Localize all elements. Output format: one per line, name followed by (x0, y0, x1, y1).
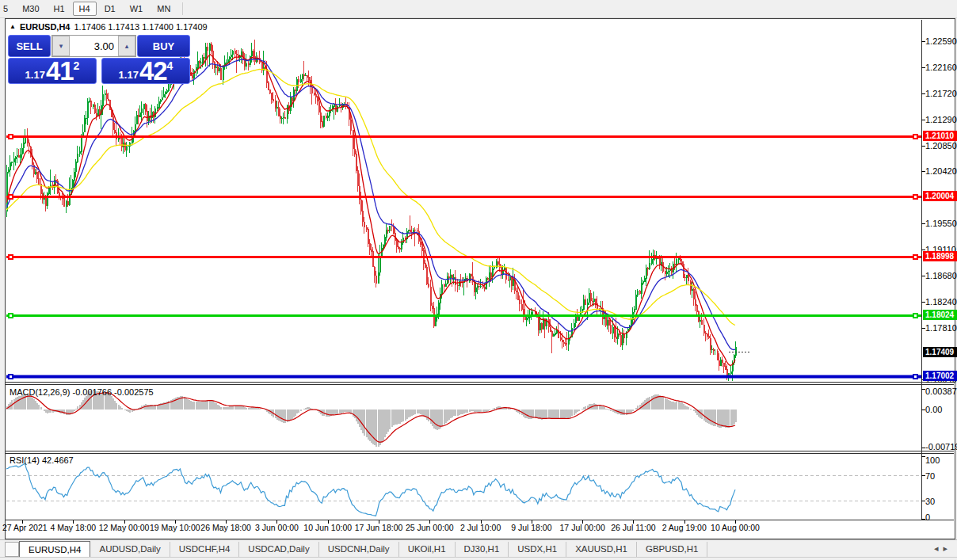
price-badge-1.20004: 1.20004 (923, 191, 957, 201)
date-axis-label: 2 Aug 19:00 (662, 523, 707, 532)
hline-handle-dot (914, 256, 917, 258)
current-price-badge: 1.17409 (923, 347, 957, 357)
chart-tab-bar: EURUSD,H4AUDUSD,DailyUSDCHF,H4USDCAD,Dai… (0, 539, 957, 558)
date-axis-label: 19 May 10:00 (150, 523, 200, 532)
volume-down-icon: ▾ (59, 42, 63, 50)
chart-title-bar: ▲ EURUSD,H4 1.17406 1.17413 1.17400 1.17… (10, 21, 208, 32)
rsi-value: 42.4667 (42, 455, 74, 465)
one-click-trade-panel: SELL ▾ ▴ BUY 1.17 41 2 1.17 42 4 (8, 35, 189, 82)
date-axis-label: 17 Jul 00:00 (560, 523, 605, 532)
price-tick-label: 1.18680 (925, 271, 957, 280)
buy-price-main: 42 (139, 60, 167, 82)
price-badge-1.17002: 1.17002 (923, 371, 957, 381)
chart-tab-usdx-h1[interactable]: USDX,H1 (509, 542, 566, 557)
date-axis-label: 9 Jul 18:00 (511, 523, 551, 532)
hline-handle-dot (914, 135, 917, 138)
rsi-label: RSI(14) 42.4667 (10, 455, 74, 465)
status-bar (0, 557, 957, 560)
date-axis-label: 26 Jul 11:00 (611, 523, 655, 532)
macd-tick-label: 0.00 (925, 405, 942, 414)
rsi-tick-label: 30 (925, 497, 935, 506)
sell-price-pip: 2 (74, 59, 80, 72)
sell-price-display[interactable]: 1.17 41 2 (8, 58, 97, 84)
date-axis-label: 10 Jun 10:00 (303, 523, 352, 532)
date-axis-label: 25 Jun 00:00 (406, 523, 454, 532)
hline-handle-dot (10, 196, 12, 198)
price-tick-label: 1.21720 (925, 89, 957, 98)
rsi-tick-label: 0 (925, 512, 930, 522)
date-axis-label: 26 May 18:00 (200, 523, 251, 532)
chart-tab-usdcnh-daily[interactable]: USDCNH,Daily (319, 542, 399, 557)
buy-price-display[interactable]: 1.17 42 4 (101, 58, 190, 84)
macd-main-value: -0.001766 (72, 387, 112, 397)
chart-tab-audusd-daily[interactable]: AUDUSD,Daily (90, 542, 170, 557)
hline-handle-dot (914, 314, 917, 317)
chart-tab-gbpusd-h1[interactable]: GBPUSD,H1 (637, 542, 707, 557)
macd-name: MACD(12,26,9) (10, 387, 70, 397)
date-axis-label: 4 May 18:00 (50, 523, 96, 532)
price-tick-label: 1.21290 (925, 115, 957, 124)
hline-handle-dot (10, 375, 12, 378)
price-tick-label: 1.18240 (925, 297, 957, 307)
date-axis-label: 10 Aug 00:00 (711, 523, 760, 532)
volume-input[interactable] (70, 36, 118, 56)
price-tick-label: 1.20850 (925, 141, 957, 150)
sell-price-main: 41 (46, 60, 74, 82)
chart-tab-ukoil-h1[interactable]: UKOil,H1 (399, 542, 456, 557)
date-axis-label: 2 Jul 10:00 (460, 523, 501, 532)
date-axis-label: 3 Jun 00:00 (255, 523, 299, 532)
chart-tab-dj30-h1[interactable]: DJ30,H1 (456, 542, 509, 557)
macd-label: MACD(12,26,9) -0.001766 -0.002575 (10, 387, 154, 397)
date-axis-label: 12 May 00:00 (99, 523, 150, 532)
hline-handle-dot (10, 314, 12, 317)
macd-histogram (7, 390, 736, 447)
macd-tick-label: 0.003873 (925, 387, 957, 396)
rsi-line (6, 463, 735, 516)
volume-up-button[interactable]: ▴ (118, 36, 135, 56)
buy-price-prefix: 1.17 (119, 69, 139, 81)
date-axis-label: 17 Jun 18:00 (355, 523, 403, 532)
tab-nav: ◂▸ (934, 543, 952, 554)
tab-scroll-stub[interactable] (5, 542, 19, 557)
price-badge-1.18998: 1.18998 (923, 251, 957, 261)
macd-signal-value: -0.002575 (114, 387, 154, 397)
date-axis-label: 27 Apr 2021 (2, 523, 48, 532)
sell-price-prefix: 1.17 (25, 69, 45, 81)
moving-average-medium (6, 59, 735, 350)
rsi-tick-label: 100 (925, 455, 940, 465)
price-tick-label: 1.19550 (925, 219, 957, 228)
rsi-name: RSI(14) (10, 455, 40, 465)
chart-tab-xauusd-h1[interactable]: XAUUSD,H1 (566, 542, 637, 557)
hline-handle-dot (10, 256, 12, 258)
price-tick-label: 1.22160 (925, 63, 957, 72)
mt4-workspace: 5M30H1H4D1W1MN ▲ EURUSD,H4 1.17406 1.174… (0, 0, 957, 560)
buy-price-pip: 4 (167, 59, 173, 72)
chart-symbol-label: EURUSD,H4 (20, 22, 71, 32)
tab-next-icon[interactable]: ▸ (943, 543, 952, 553)
volume-down-button[interactable]: ▾ (52, 36, 70, 56)
collapse-panel-icon[interactable]: ▲ (10, 24, 16, 30)
rsi-tick-label: 70 (925, 471, 935, 481)
price-tick-label: 1.22590 (925, 36, 957, 46)
price-tick-label: 1.17810 (925, 323, 957, 333)
tab-prev-icon[interactable]: ◂ (934, 543, 944, 553)
hline-handle-dot (10, 135, 12, 138)
chart-tab-usdcad-daily[interactable]: USDCAD,Daily (239, 542, 318, 557)
volume-up-icon: ▴ (125, 42, 129, 50)
price-badge-1.18024: 1.18024 (923, 310, 957, 320)
buy-button[interactable]: BUY (137, 35, 190, 57)
chart-ohlc-quotes: 1.17406 1.17413 1.17400 1.17409 (74, 22, 208, 32)
hline-handle-dot (914, 375, 917, 378)
volume-spinner: ▾ ▴ (51, 35, 136, 57)
sell-button[interactable]: SELL (8, 35, 51, 57)
candles (7, 40, 736, 392)
hline-handle-dot (914, 196, 917, 198)
macd-tick-label: -0.00719 (925, 442, 957, 451)
chart-tab-usdchf-h4[interactable]: USDCHF,H4 (170, 542, 240, 557)
price-tick-label: 1.20420 (925, 166, 957, 176)
price-badge-1.21010: 1.21010 (923, 131, 957, 141)
